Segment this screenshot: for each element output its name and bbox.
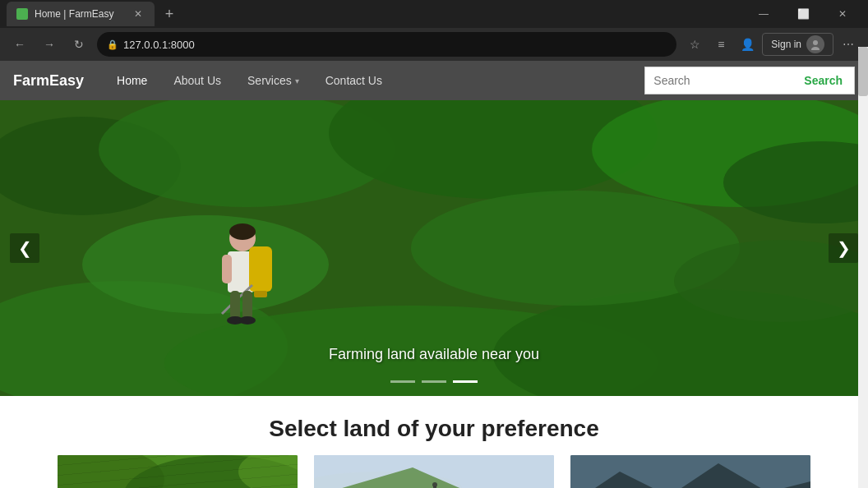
services-dropdown-arrow: ▾ [295, 76, 299, 85]
forward-button[interactable]: → [38, 33, 61, 56]
scrollbar-track [858, 47, 868, 488]
address-box[interactable]: 🔒 127.0.0.1:8000 [97, 32, 676, 57]
land-cards [0, 455, 868, 488]
sign-in-button[interactable]: Sign in [762, 33, 833, 56]
land-card-1-image [58, 455, 298, 488]
svg-rect-22 [242, 291, 252, 320]
nav-links: Home About Us Services ▾ Contact Us [104, 61, 644, 100]
navbar: FarmEasy Home About Us Services ▾ Contac… [0, 61, 868, 100]
address-actions: ☆ ≡ 👤 Sign in ⋯ [683, 33, 860, 56]
settings-icon[interactable]: ⋯ [837, 33, 860, 56]
new-tab-button[interactable]: + [158, 2, 181, 25]
svg-point-2 [811, 47, 820, 50]
tab-favicon [16, 8, 28, 20]
land-card-1[interactable] [58, 455, 298, 488]
section-title-area: Select land of your preference [0, 396, 868, 455]
hero-caption: Farming land available near you [329, 346, 539, 363]
hero-indicators [390, 380, 478, 383]
browser-titlebar: Home | FarmEasy ✕ + — ⬜ ✕ [0, 0, 868, 28]
svg-rect-18 [249, 246, 272, 292]
search-input[interactable] [644, 67, 792, 94]
lock-icon: 🔒 [107, 39, 118, 50]
hero-dot-2[interactable] [422, 380, 446, 383]
svg-point-27 [123, 455, 298, 488]
navbar-brand[interactable]: FarmEasy [13, 72, 84, 90]
nav-link-home[interactable]: Home [104, 61, 160, 100]
window-controls: — ⬜ ✕ [745, 2, 861, 26]
land-card-2[interactable] [314, 455, 554, 488]
browser-tab[interactable]: Home | FarmEasy ✕ [7, 2, 155, 26]
browser-addressbar: ← → ↻ 🔒 127.0.0.1:8000 ☆ ≡ 👤 Sign in ⋯ [0, 28, 868, 61]
profile-icon[interactable]: 👤 [736, 33, 759, 56]
section-title: Select land of your preference [13, 416, 855, 442]
close-button[interactable]: ✕ [824, 2, 861, 26]
minimize-button[interactable]: — [745, 2, 783, 26]
nav-link-about[interactable]: About Us [160, 61, 234, 100]
svg-point-34 [432, 482, 437, 487]
svg-rect-21 [230, 291, 240, 320]
svg-point-26 [58, 455, 164, 488]
search-button[interactable]: Search [792, 67, 855, 94]
refresh-button[interactable]: ↻ [67, 33, 90, 56]
land-card-3-image [570, 455, 810, 488]
avatar [806, 35, 824, 53]
svg-point-16 [229, 223, 256, 240]
hero-next-button[interactable]: ❯ [829, 233, 858, 263]
hero-carousel: Farming land available near you ❮ ❯ [0, 100, 868, 396]
hero-dot-3[interactable] [453, 380, 478, 383]
svg-point-1 [813, 40, 818, 45]
svg-rect-19 [254, 291, 267, 297]
land-card-3[interactable] [570, 455, 810, 488]
scrollbar-thumb[interactable] [858, 47, 868, 96]
nav-link-services[interactable]: Services ▾ [234, 61, 312, 100]
site-wrapper: FarmEasy Home About Us Services ▾ Contac… [0, 61, 868, 488]
svg-point-0 [18, 10, 26, 18]
land-card-2-image [314, 455, 554, 488]
sign-in-label: Sign in [771, 39, 801, 50]
svg-rect-20 [222, 255, 232, 283]
back-button[interactable]: ← [8, 33, 31, 56]
maximize-button[interactable]: ⬜ [784, 2, 822, 26]
favorites-icon[interactable]: ☆ [683, 33, 706, 56]
svg-rect-25 [58, 455, 298, 488]
hero-prev-button[interactable]: ❮ [10, 233, 39, 263]
svg-point-24 [239, 316, 256, 325]
hero-dot-1[interactable] [390, 380, 415, 383]
svg-point-28 [238, 455, 298, 488]
nav-link-contact[interactable]: Contact Us [312, 61, 395, 100]
collections-icon[interactable]: ≡ [709, 33, 732, 56]
navbar-search: Search [644, 67, 855, 94]
svg-point-12 [82, 215, 329, 314]
address-url: 127.0.0.1:8000 [123, 39, 667, 51]
browser-chrome: Home | FarmEasy ✕ + — ⬜ ✕ ← → ↻ 🔒 127.0.… [0, 0, 868, 61]
tab-close-button[interactable]: ✕ [132, 7, 145, 21]
tab-title: Home | FarmEasy [35, 8, 125, 20]
